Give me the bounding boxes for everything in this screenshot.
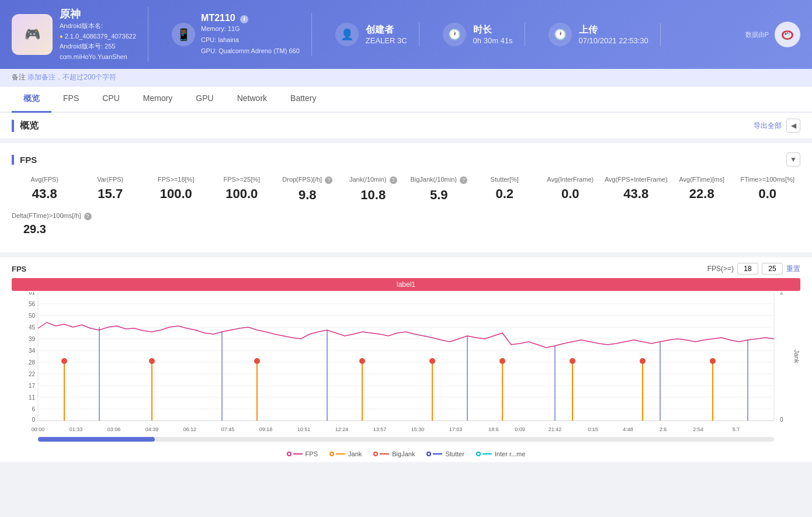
svg-text:00:00: 00:00 xyxy=(32,426,45,432)
svg-text:04:39: 04:39 xyxy=(145,426,159,432)
data-source-text: 数据由P xyxy=(745,30,769,39)
svg-point-53 xyxy=(359,358,365,364)
metric-stutter: Stutter[%] 0.2 xyxy=(472,176,538,202)
svg-text:56: 56 xyxy=(29,301,36,307)
upload-label: 上传 xyxy=(579,24,648,36)
tab-fps[interactable]: FPS xyxy=(51,86,91,113)
svg-point-50 xyxy=(61,358,67,364)
main-content: 概览 导出全部 ◀ FPS ▼ Avg(FPS) 43.8 Var(FPS) 1… xyxy=(0,113,812,462)
upload-icon: 🕐 xyxy=(549,23,572,46)
svg-text:03:06: 03:06 xyxy=(107,426,121,432)
metric-drop-fps: Drop(FPS)[/h] ? 9.8 xyxy=(275,176,341,203)
tab-bar: 概览 FPS CPU Memory GPU Network Battery xyxy=(0,86,812,113)
svg-point-55 xyxy=(499,358,505,364)
fps-section: FPS ▼ Avg(FPS) 43.8 Var(FPS) 15.7 FPS>=1… xyxy=(0,143,812,252)
overview-header: 概览 导出全部 ◀ xyxy=(0,113,812,138)
svg-text:06:12: 06:12 xyxy=(183,426,197,432)
fps-threshold-25[interactable] xyxy=(762,263,783,275)
tab-battery[interactable]: Battery xyxy=(279,86,328,113)
device-icon: 📱 xyxy=(172,23,195,46)
fps-chart-container: FPS FPS(>=) 重置 label1 xyxy=(0,257,812,462)
svg-text:12:24: 12:24 xyxy=(335,426,349,432)
weibo-button[interactable]: 微 xyxy=(775,22,800,47)
app-name: 原神 xyxy=(60,7,136,21)
svg-text:0:09: 0:09 xyxy=(515,426,525,432)
device-name-text: MT2110 xyxy=(201,13,235,23)
metric-var-fps: Var(FPS) 15.7 xyxy=(78,176,144,202)
svg-text:0: 0 xyxy=(780,417,783,423)
svg-text:17: 17 xyxy=(29,383,36,389)
fps-chart-svg: 61 56 50 45 39 34 28 22 17 11 6 0 2 0 Ja… xyxy=(12,292,800,444)
tab-cpu[interactable]: CPU xyxy=(91,86,131,113)
svg-text:4:48: 4:48 xyxy=(623,426,633,432)
device-info-icon[interactable]: i xyxy=(240,15,248,23)
svg-text:5:7: 5:7 xyxy=(733,426,740,432)
svg-point-52 xyxy=(254,358,260,364)
metric-avg-ftime: Avg(FTime)[ms] 22.8 xyxy=(669,176,735,202)
duration-label: 时长 xyxy=(473,24,513,36)
svg-text:微: 微 xyxy=(786,27,789,31)
creator-icon: 👤 xyxy=(335,23,359,46)
metric-avg-interframe: Avg(InterFrame) 0.0 xyxy=(537,176,603,202)
upload-block: 🕐 上传 07/10/2021 22:53:30 xyxy=(537,23,661,46)
svg-text:22: 22 xyxy=(29,371,36,377)
creator-block: 👤 创建者 ZEALER 3C xyxy=(324,23,419,46)
upload-value: 07/10/2021 22:53:30 xyxy=(579,36,648,45)
svg-text:13:57: 13:57 xyxy=(373,426,387,432)
svg-text:34: 34 xyxy=(29,348,36,354)
tab-gpu[interactable]: GPU xyxy=(184,86,225,113)
chart-legend: FPS Jank BigJank xyxy=(12,446,800,462)
tab-memory[interactable]: Memory xyxy=(131,86,185,113)
svg-text:45: 45 xyxy=(29,324,36,331)
svg-text:17:03: 17:03 xyxy=(449,426,463,432)
svg-point-54 xyxy=(429,358,435,364)
metric-avg-fps: Avg(FPS) 43.8 xyxy=(12,176,78,202)
svg-text:21:42: 21:42 xyxy=(549,426,562,432)
delta-help-icon[interactable]: ? xyxy=(84,213,92,220)
svg-point-57 xyxy=(640,358,646,364)
svg-point-3 xyxy=(787,33,788,34)
legend-jank: Jank xyxy=(329,450,362,457)
chart-wrapper: 61 56 50 45 39 34 28 22 17 11 6 0 2 0 Ja… xyxy=(12,292,800,446)
bigjank-help-icon[interactable]: ? xyxy=(460,176,467,184)
notes-bar[interactable]: 备注 添加备注，不超过200个字符 xyxy=(0,69,812,86)
fps-section-title: FPS xyxy=(12,155,37,165)
svg-text:0:15: 0:15 xyxy=(588,426,598,432)
drop-fps-help-icon[interactable]: ? xyxy=(325,176,332,184)
overview-title: 概览 xyxy=(12,120,39,132)
metric-ftime-100: FTime>=100ms[%] 0.0 xyxy=(735,176,801,202)
svg-text:2: 2 xyxy=(780,292,783,296)
sub-metric-value: 29.3 xyxy=(23,223,800,236)
legend-fps: FPS xyxy=(287,450,318,457)
export-button[interactable]: 导出全部 xyxy=(754,121,782,131)
jank-help-icon[interactable]: ? xyxy=(390,176,397,184)
fps-collapse-button[interactable]: ▼ xyxy=(786,152,800,166)
svg-point-4 xyxy=(789,33,790,34)
app-info-block: 🎮 原神 Android版本名: ♦ 2.1.0_4086379_4073622… xyxy=(12,7,148,62)
svg-text:11: 11 xyxy=(29,394,36,401)
duration-block: 🕐 时长 0h 30m 41s xyxy=(431,23,525,46)
duration-icon: 🕐 xyxy=(443,23,466,46)
fps-controls: FPS(>=) 重置 xyxy=(707,263,800,275)
svg-rect-6 xyxy=(38,292,774,421)
svg-text:10:51: 10:51 xyxy=(297,426,311,432)
device-specs: Memory: 11G CPU: lahaina GPU: Qualcomm A… xyxy=(201,23,300,56)
reset-button[interactable]: 重置 xyxy=(786,264,800,274)
duration-value: 0h 30m 41s xyxy=(473,36,513,45)
notes-placeholder[interactable]: 添加备注，不超过200个字符 xyxy=(27,73,116,81)
metric-avg-fps-interframe: Avg(FPS+InterFrame) 43.8 xyxy=(603,176,669,202)
svg-text:0: 0 xyxy=(32,417,35,423)
metric-fps-25: FPS>=25[%] 100.0 xyxy=(209,176,275,202)
svg-text:09:18: 09:18 xyxy=(259,426,273,432)
legend-interframe: Inter r...me xyxy=(476,450,526,457)
svg-text:18:6: 18:6 xyxy=(488,426,499,432)
svg-text:61: 61 xyxy=(29,292,36,296)
svg-text:15:30: 15:30 xyxy=(411,426,425,432)
metric-jank: Jank(/10min) ? 10.8 xyxy=(341,176,407,203)
metric-fps-18: FPS>=18[%] 100.0 xyxy=(143,176,209,202)
collapse-button[interactable]: ◀ xyxy=(786,119,800,133)
app-icon: 🎮 xyxy=(12,14,53,55)
tab-overview[interactable]: 概览 xyxy=(12,86,51,113)
tab-network[interactable]: Network xyxy=(225,86,279,113)
fps-threshold-18[interactable] xyxy=(737,263,758,275)
